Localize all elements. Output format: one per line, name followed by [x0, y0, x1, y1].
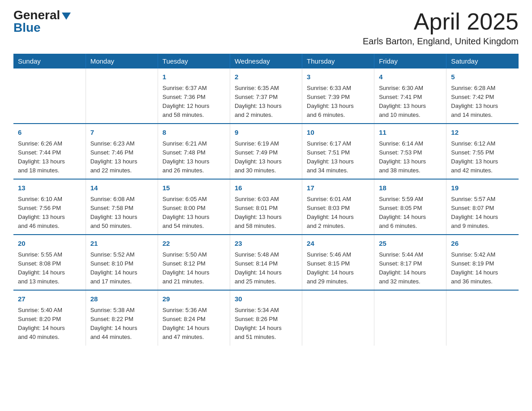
day-info: Sunrise: 5:36 AMSunset: 8:24 PMDaylight:…: [163, 306, 225, 342]
week-row-3: 13Sunrise: 6:10 AMSunset: 7:56 PMDayligh…: [13, 179, 519, 235]
day-cell: 27Sunrise: 5:40 AMSunset: 8:20 PMDayligh…: [13, 290, 86, 345]
day-number: 18: [379, 183, 442, 193]
day-info: Sunrise: 5:34 AMSunset: 8:26 PMDaylight:…: [235, 306, 297, 342]
day-cell: 21Sunrise: 5:52 AMSunset: 8:10 PMDayligh…: [86, 235, 158, 290]
day-cell: 17Sunrise: 6:01 AMSunset: 8:03 PMDayligh…: [302, 179, 374, 235]
calendar-body: 1Sunrise: 6:37 AMSunset: 7:36 PMDaylight…: [13, 68, 519, 345]
header-saturday: Saturday: [446, 54, 519, 68]
day-info: Sunrise: 5:42 AMSunset: 8:19 PMDaylight:…: [451, 250, 514, 287]
day-info: Sunrise: 6:14 AMSunset: 7:53 PMDaylight:…: [379, 139, 442, 176]
day-info: Sunrise: 5:57 AMSunset: 8:07 PMDaylight:…: [451, 195, 514, 231]
day-cell: 13Sunrise: 6:10 AMSunset: 7:56 PMDayligh…: [13, 179, 86, 235]
day-number: 14: [90, 183, 153, 193]
week-row-4: 20Sunrise: 5:55 AMSunset: 8:08 PMDayligh…: [13, 235, 519, 290]
logo-general-text: General: [13, 9, 71, 21]
logo-blue-text: Blue: [13, 21, 41, 34]
day-number: 21: [90, 239, 153, 249]
day-number: 3: [307, 72, 369, 82]
header-wednesday: Wednesday: [230, 54, 302, 68]
day-cell: 15Sunrise: 6:05 AMSunset: 8:00 PMDayligh…: [158, 179, 230, 235]
logo: General Blue: [13, 9, 71, 34]
day-info: Sunrise: 5:48 AMSunset: 8:14 PMDaylight:…: [235, 250, 297, 287]
day-cell: [86, 68, 158, 124]
day-info: Sunrise: 6:19 AMSunset: 7:49 PMDaylight:…: [235, 139, 297, 176]
week-row-5: 27Sunrise: 5:40 AMSunset: 8:20 PMDayligh…: [13, 290, 519, 345]
day-cell: 16Sunrise: 6:03 AMSunset: 8:01 PMDayligh…: [230, 179, 302, 235]
day-info: Sunrise: 6:03 AMSunset: 8:01 PMDaylight:…: [235, 195, 297, 231]
week-row-2: 6Sunrise: 6:26 AMSunset: 7:44 PMDaylight…: [13, 124, 519, 179]
day-number: 26: [451, 239, 514, 249]
day-number: 25: [379, 239, 442, 249]
day-info: Sunrise: 6:26 AMSunset: 7:44 PMDaylight:…: [18, 139, 81, 176]
day-info: Sunrise: 6:28 AMSunset: 7:42 PMDaylight:…: [451, 84, 514, 120]
day-info: Sunrise: 6:35 AMSunset: 7:37 PMDaylight:…: [235, 84, 297, 120]
day-cell: 1Sunrise: 6:37 AMSunset: 7:36 PMDaylight…: [158, 68, 230, 124]
day-cell: 22Sunrise: 5:50 AMSunset: 8:12 PMDayligh…: [158, 235, 230, 290]
day-cell: 10Sunrise: 6:17 AMSunset: 7:51 PMDayligh…: [302, 124, 374, 179]
day-cell: 12Sunrise: 6:12 AMSunset: 7:55 PMDayligh…: [446, 124, 519, 179]
day-cell: 19Sunrise: 5:57 AMSunset: 8:07 PMDayligh…: [446, 179, 519, 235]
day-number: 9: [235, 128, 297, 138]
day-number: 13: [18, 183, 81, 193]
day-info: Sunrise: 6:17 AMSunset: 7:51 PMDaylight:…: [307, 139, 369, 176]
header: General Blue April 2025 Earls Barton, En…: [13, 9, 519, 47]
day-cell: 4Sunrise: 6:30 AMSunset: 7:41 PMDaylight…: [374, 68, 446, 124]
day-number: 2: [235, 72, 297, 82]
day-number: 10: [307, 128, 369, 138]
day-number: 4: [379, 72, 442, 82]
day-info: Sunrise: 5:50 AMSunset: 8:12 PMDaylight:…: [163, 250, 225, 287]
logo-triangle-icon: [62, 13, 71, 20]
day-cell: 24Sunrise: 5:46 AMSunset: 8:15 PMDayligh…: [302, 235, 374, 290]
day-cell: 9Sunrise: 6:19 AMSunset: 7:49 PMDaylight…: [230, 124, 302, 179]
day-number: 12: [451, 128, 514, 138]
day-cell: 14Sunrise: 6:08 AMSunset: 7:58 PMDayligh…: [86, 179, 158, 235]
day-cell: [302, 290, 374, 345]
day-number: 27: [18, 294, 81, 304]
day-info: Sunrise: 5:52 AMSunset: 8:10 PMDaylight:…: [90, 250, 153, 287]
day-info: Sunrise: 6:10 AMSunset: 7:56 PMDaylight:…: [18, 195, 81, 231]
day-cell: [446, 290, 519, 345]
day-number: 22: [163, 239, 225, 249]
day-info: Sunrise: 6:33 AMSunset: 7:39 PMDaylight:…: [307, 84, 369, 120]
day-number: 8: [163, 128, 225, 138]
day-cell: 2Sunrise: 6:35 AMSunset: 7:37 PMDaylight…: [230, 68, 302, 124]
day-info: Sunrise: 5:40 AMSunset: 8:20 PMDaylight:…: [18, 306, 81, 342]
header-tuesday: Tuesday: [158, 54, 230, 68]
day-cell: [13, 68, 86, 124]
day-number: 23: [235, 239, 297, 249]
day-number: 5: [451, 72, 514, 82]
day-info: Sunrise: 5:38 AMSunset: 8:22 PMDaylight:…: [90, 306, 153, 342]
day-cell: 26Sunrise: 5:42 AMSunset: 8:19 PMDayligh…: [446, 235, 519, 290]
day-number: 28: [90, 294, 153, 304]
day-number: 15: [163, 183, 225, 193]
day-cell: 3Sunrise: 6:33 AMSunset: 7:39 PMDaylight…: [302, 68, 374, 124]
day-cell: 20Sunrise: 5:55 AMSunset: 8:08 PMDayligh…: [13, 235, 86, 290]
header-thursday: Thursday: [302, 54, 374, 68]
header-monday: Monday: [86, 54, 158, 68]
title-area: April 2025 Earls Barton, England, United…: [363, 9, 519, 47]
header-friday: Friday: [374, 54, 446, 68]
day-cell: 5Sunrise: 6:28 AMSunset: 7:42 PMDaylight…: [446, 68, 519, 124]
day-info: Sunrise: 6:05 AMSunset: 8:00 PMDaylight:…: [163, 195, 225, 231]
day-number: 6: [18, 128, 81, 138]
day-info: Sunrise: 5:55 AMSunset: 8:08 PMDaylight:…: [18, 250, 81, 287]
page-title: April 2025: [363, 9, 519, 34]
week-row-1: 1Sunrise: 6:37 AMSunset: 7:36 PMDaylight…: [13, 68, 519, 124]
day-info: Sunrise: 6:12 AMSunset: 7:55 PMDaylight:…: [451, 139, 514, 176]
day-number: 11: [379, 128, 442, 138]
day-cell: 30Sunrise: 5:34 AMSunset: 8:26 PMDayligh…: [230, 290, 302, 345]
day-info: Sunrise: 5:44 AMSunset: 8:17 PMDaylight:…: [379, 250, 442, 287]
header-row: SundayMondayTuesdayWednesdayThursdayFrid…: [13, 54, 519, 68]
calendar-table: SundayMondayTuesdayWednesdayThursdayFrid…: [13, 54, 519, 345]
day-cell: 25Sunrise: 5:44 AMSunset: 8:17 PMDayligh…: [374, 235, 446, 290]
day-info: Sunrise: 6:08 AMSunset: 7:58 PMDaylight:…: [90, 195, 153, 231]
day-cell: [374, 290, 446, 345]
day-cell: 8Sunrise: 6:21 AMSunset: 7:48 PMDaylight…: [158, 124, 230, 179]
day-info: Sunrise: 6:21 AMSunset: 7:48 PMDaylight:…: [163, 139, 225, 176]
header-sunday: Sunday: [13, 54, 86, 68]
day-cell: 11Sunrise: 6:14 AMSunset: 7:53 PMDayligh…: [374, 124, 446, 179]
day-info: Sunrise: 6:37 AMSunset: 7:36 PMDaylight:…: [163, 84, 225, 120]
day-number: 7: [90, 128, 153, 138]
day-number: 29: [163, 294, 225, 304]
day-info: Sunrise: 5:46 AMSunset: 8:15 PMDaylight:…: [307, 250, 369, 287]
